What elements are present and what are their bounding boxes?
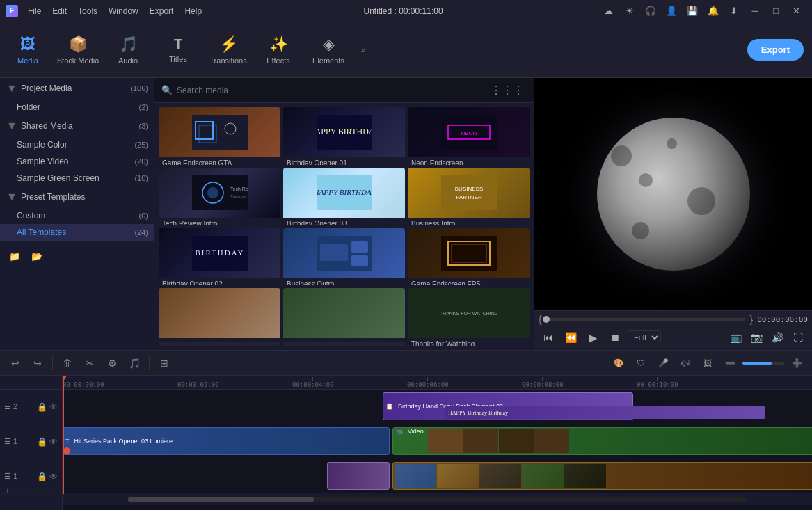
toolbar-media[interactable]: 🖼 Media [3,25,53,75]
grid-item[interactable]: BUSINESSPARTNER Business Intro [408,168,530,225]
fullscreen-icon[interactable]: ⛶ [788,328,808,347]
step-back-button[interactable]: ⏪ [561,328,580,347]
toolbar-titles[interactable]: T Titles [153,25,203,75]
ruler-tick: 00:00:06:00 [407,377,449,388]
close-button[interactable]: ✕ [787,3,806,19]
bell-icon[interactable]: 🔔 [703,3,723,19]
timeline-ruler[interactable]: 00:00:00:00 00:00:02:00 00:00:04:00 00:0… [63,376,812,390]
search-input[interactable] [177,86,484,95]
toolbar-elements[interactable]: ◈ Elements [303,25,353,75]
grid-item[interactable]: Game Endscreen FPS [408,228,530,286]
project-media-count: (106) [130,84,148,93]
menu-edit[interactable]: Edit [47,3,72,19]
add-folder-button[interactable]: 📁 [6,248,24,264]
image-button[interactable]: 🖼 [698,353,717,373]
sidebar-sample-video[interactable]: Sample Video (20) [0,153,154,170]
toolbar-stock[interactable]: 📦 Stock Media [53,25,103,75]
scrollbar-thumb[interactable] [128,497,314,502]
preset-templates-header[interactable]: ▼ Preset Templates [0,186,154,207]
screen-share-icon[interactable]: 📺 [726,328,745,347]
lock-icon[interactable]: 🔒 [37,437,47,447]
adjust-button[interactable]: ⚙ [102,353,122,373]
quality-select[interactable]: Full [628,330,661,344]
stop-button[interactable]: ⏹ [605,328,625,347]
shared-media-header[interactable]: ▼ Shared Media (3) [0,115,154,136]
sun-icon[interactable]: ☀ [620,3,639,19]
import-button[interactable]: 📂 [28,248,46,264]
plus-button[interactable]: ➕ [787,353,806,373]
stabilize-button[interactable]: 🛡 [631,353,651,373]
clip-opener[interactable]: T Hit Series Pack Opener 03 Lumiere [63,427,390,455]
cut-button[interactable]: ✂ [80,353,99,373]
volume-icon[interactable]: 🔊 [767,328,787,347]
clip-lower3a[interactable] [327,462,390,490]
horizontal-scrollbar[interactable] [128,497,747,502]
minimize-button[interactable]: ─ [745,3,765,19]
screenshot-icon[interactable]: 📷 [747,328,766,347]
maximize-button[interactable]: □ [766,3,786,19]
menu-tools[interactable]: Tools [72,3,103,19]
grid-item[interactable]: HAPPY BIRTHDAY Birthday Opener 01 [283,107,405,165]
menu-export[interactable]: Export [144,3,180,19]
progress-bar[interactable] [546,318,746,321]
eye-icon[interactable]: 👁 [49,472,58,481]
project-media-header[interactable]: ▼ Project Media (106) [0,78,154,99]
timeline-playhead[interactable] [63,390,64,494]
mic-button[interactable]: 🎤 [653,353,673,373]
clip-text-bday[interactable]: HAPPY Birthday Birthday [445,406,765,419]
toolbar-expand[interactable]: » [355,40,372,61]
grid-item[interactable]: Game Endscreen GTA [159,107,280,165]
headphone-icon[interactable]: 🎧 [641,3,660,19]
toolbar-transitions[interactable]: ⚡ Transitions [203,25,253,75]
out-point-bracket[interactable]: } [749,314,753,325]
grid-item[interactable]: NEON Neon Endscreen [408,107,530,165]
add-track-button[interactable]: + [0,484,15,499]
grid-item[interactable] [283,288,405,346]
grid-item[interactable]: BIRTHDAY Birthday Opener 02 [159,228,280,286]
minus-button[interactable]: ➖ [720,353,740,373]
lock-icon[interactable]: 🔒 [37,402,47,412]
grid-item[interactable]: Tech ReviewTuesday Tech Review Intro [159,168,280,225]
grid-item[interactable]: THANKS FOR WATCHING Thanks for Watching [408,288,530,346]
save-icon[interactable]: 💾 [683,3,702,19]
delete-button[interactable]: 🗑 [58,353,77,373]
menu-file[interactable]: File [22,3,47,19]
grid-item[interactable] [159,288,280,346]
sample-green-count: (10) [134,174,148,182]
sidebar-sample-color[interactable]: Sample Color (25) [0,136,154,153]
toolbar-effects[interactable]: ✨ Effects [253,25,303,75]
in-point-bracket[interactable]: { [539,314,542,325]
progress-handle[interactable] [543,316,550,323]
svg-text:NEON: NEON [461,130,477,136]
sidebar-sample-green[interactable]: Sample Green Screen (10) [0,170,154,186]
menu-window[interactable]: Window [103,3,144,19]
sidebar-custom[interactable]: Custom (0) [0,207,154,224]
toolbar-audio[interactable]: 🎵 Audio [103,25,153,75]
redo-button[interactable]: ↪ [28,353,47,373]
eye-icon[interactable]: 👁 [49,437,58,447]
rewind-button[interactable]: ⏮ [539,328,558,347]
sidebar-all-templates[interactable]: All Templates (24) [0,224,154,241]
grid-item-label [159,338,280,342]
lock-icon[interactable]: 🔒 [37,472,47,481]
grid-item[interactable]: Business Outro [283,228,405,286]
zoom-slider[interactable] [742,362,784,365]
play-button[interactable]: ▶ [583,328,603,347]
clip-lower3b[interactable] [392,462,812,490]
sidebar-folder[interactable]: Folder (2) [0,99,154,115]
eye-icon[interactable]: 👁 [49,402,58,412]
grid-menu-button[interactable]: ⋮⋮⋮ [488,82,527,98]
audio-button[interactable]: 🎵 [125,353,144,373]
music-button[interactable]: 🎶 [676,353,695,373]
split-view-button[interactable]: ⊞ [154,353,174,373]
person-icon[interactable]: 👤 [662,3,681,19]
cloud-icon[interactable]: ☁ [599,3,619,19]
undo-button[interactable]: ↩ [6,353,25,373]
menu-help[interactable]: Help [179,3,207,19]
export-button[interactable]: Export [747,39,804,61]
clip-video[interactable]: 📹 Video [392,427,812,455]
color-button[interactable]: 🎨 [609,353,628,373]
grid-item[interactable]: HAPPY BIRTHDAY Birthday Opener 03 [283,168,405,225]
timeline-toolbar: ↩ ↪ 🗑 ✂ ⚙ 🎵 ⊞ 🎨 🛡 🎤 🎶 🖼 ➖ ➕ [0,351,812,376]
download-icon[interactable]: ⬇ [724,3,744,19]
